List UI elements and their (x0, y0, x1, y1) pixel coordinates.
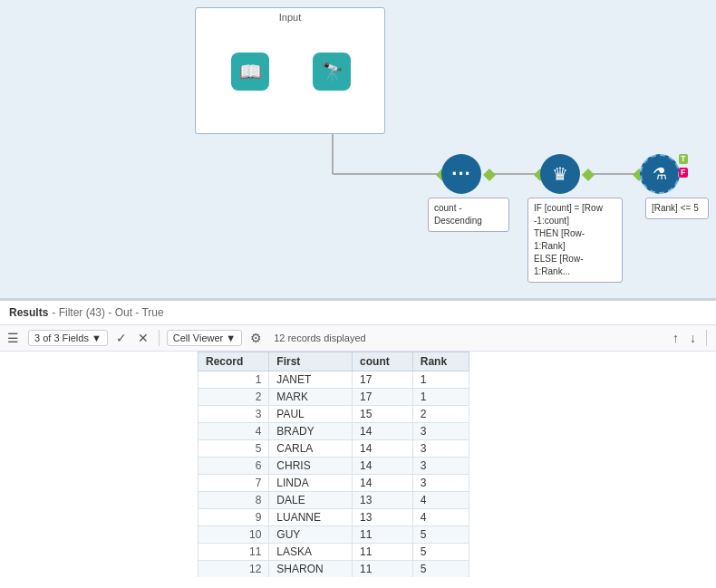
table-cell: LINDA (269, 475, 353, 492)
table-header: Record First count Rank (198, 352, 469, 371)
table-row[interactable]: 6CHRIS143 (198, 458, 469, 475)
table-cell: 3 (412, 440, 469, 458)
table-cell: 2 (198, 389, 269, 406)
table-cell: 5 (412, 526, 469, 544)
binoculars-node[interactable]: 🔭 (313, 53, 351, 91)
hamburger-icon[interactable]: ☰ (7, 331, 19, 345)
true-label: T (679, 154, 688, 164)
records-count: 12 records displayed (274, 333, 366, 343)
table-cell: 6 (198, 458, 269, 475)
table-cell: 5 (412, 561, 469, 578)
sort-desc-btn[interactable]: ↓ (687, 329, 699, 347)
results-filter-info: - Filter (43) - Out - True (52, 306, 163, 319)
table-cell: 9 (198, 509, 269, 526)
table-cell: 3 (412, 458, 469, 475)
table-cell: 14 (353, 475, 413, 492)
table-row[interactable]: 11LASKA115 (198, 544, 469, 561)
table-cell: BRADY (269, 423, 353, 440)
table-cell: 17 (353, 389, 413, 406)
input-label: Input (196, 8, 384, 23)
fields-selector[interactable]: 3 of 3 Fields ▼ (28, 330, 108, 346)
connector-diamond-4 (582, 169, 595, 181)
col-record[interactable]: Record (198, 352, 269, 371)
table-cell: 3 (198, 406, 269, 423)
table-cell: LASKA (269, 544, 353, 561)
toolbar-separator-1 (159, 330, 160, 346)
check-icon-btn[interactable]: ✓ (113, 329, 130, 347)
table-row[interactable]: 2MARK171 (198, 389, 469, 406)
table-cell: MARK (269, 389, 353, 406)
table-cell: 1 (412, 389, 469, 406)
results-panel: Results - Filter (43) - Out - True ☰ 3 o… (0, 299, 716, 588)
table-cell: 5 (412, 544, 469, 561)
table-cell: 17 (353, 371, 413, 389)
data-table: Record First count Rank 1JANET1712MARK17… (198, 352, 469, 577)
canvas-area: Input 📖 🔭 ··· ♛ ⚗ T F count - Descending… (0, 0, 716, 299)
x-icon-btn[interactable]: ✕ (135, 329, 151, 347)
book-icon: 📖 (239, 61, 262, 82)
table-cell: 4 (412, 492, 469, 509)
table-cell: 13 (353, 492, 413, 509)
table-cell: 5 (198, 440, 269, 458)
table-cell: GUY (269, 526, 353, 544)
table-cell: 1 (198, 371, 269, 389)
cell-viewer-dropdown-icon: ▼ (226, 333, 236, 343)
table-cell: 12 (198, 561, 269, 578)
table-row[interactable]: 3PAUL152 (198, 406, 469, 423)
filter-tooltip: [Rank] <= 5 (645, 198, 709, 219)
table-cell: DALE (269, 492, 353, 509)
table-cell: 11 (353, 561, 413, 578)
table-row[interactable]: 12SHARON115 (198, 561, 469, 578)
table-cell: 1 (412, 371, 469, 389)
table-cell: 10 (198, 526, 269, 544)
formula-tooltip: IF [count] = [Row-1:count]THEN [Row-1:Ra… (527, 198, 623, 283)
table-row[interactable]: 10GUY115 (198, 526, 469, 544)
book-node[interactable]: 📖 (231, 53, 269, 91)
filter-node[interactable]: ⚗ (640, 154, 680, 194)
results-label: Results (9, 306, 48, 319)
table-row[interactable]: 8DALE134 (198, 492, 469, 509)
crown-icon: ♛ (552, 163, 568, 185)
table-row[interactable]: 7LINDA143 (198, 475, 469, 492)
results-toolbar: ☰ 3 of 3 Fields ▼ ✓ ✕ Cell Viewer ▼ ⚙ 12… (0, 325, 716, 352)
table-cell: 15 (353, 406, 413, 423)
col-first[interactable]: First (269, 352, 353, 371)
sort-node[interactable]: ··· (441, 154, 481, 194)
data-table-wrapper: Record First count Rank 1JANET1712MARK17… (198, 352, 716, 577)
table-cell: PAUL (269, 406, 353, 423)
table-cell: 7 (198, 475, 269, 492)
col-rank[interactable]: Rank (412, 352, 469, 371)
formula-tooltip-text: IF [count] = [Row-1:count]THEN [Row-1:Ra… (534, 203, 603, 276)
cell-viewer-label: Cell Viewer (173, 333, 223, 343)
table-cell: 11 (353, 526, 413, 544)
table-row[interactable]: 5CARLA143 (198, 440, 469, 458)
col-count[interactable]: count (353, 352, 413, 371)
binoculars-icon: 🔭 (321, 61, 343, 82)
false-label: F (679, 168, 688, 178)
table-cell: 2 (412, 406, 469, 423)
table-cell: JANET (269, 371, 353, 389)
filter-icon-btn[interactable]: ⚙ (247, 329, 265, 347)
filter-tooltip-text: [Rank] <= 5 (652, 203, 699, 213)
table-row[interactable]: 4BRADY143 (198, 423, 469, 440)
formula-node[interactable]: ♛ (540, 154, 580, 194)
table-cell: SHARON (269, 561, 353, 578)
cell-viewer-selector[interactable]: Cell Viewer ▼ (167, 330, 242, 346)
sort-asc-btn[interactable]: ↑ (670, 329, 682, 347)
table-row[interactable]: 1JANET171 (198, 371, 469, 389)
table-cell: 14 (353, 440, 413, 458)
table-cell: 14 (353, 423, 413, 440)
table-cell: 11 (353, 544, 413, 561)
fields-label: 3 of 3 Fields (34, 333, 89, 343)
table-cell: 13 (353, 509, 413, 526)
table-row[interactable]: 9LUANNE134 (198, 509, 469, 526)
sort-tooltip: count - Descending (428, 198, 509, 232)
table-cell: 4 (412, 509, 469, 526)
toolbar-separator-2 (706, 330, 707, 346)
connector-diamond-2 (483, 169, 496, 181)
table-cell: CHRIS (269, 458, 353, 475)
input-box: Input (195, 7, 385, 134)
table-cell: 3 (412, 423, 469, 440)
sort-tooltip-text: count - Descending (434, 203, 482, 226)
table-cell: 3 (412, 475, 469, 492)
